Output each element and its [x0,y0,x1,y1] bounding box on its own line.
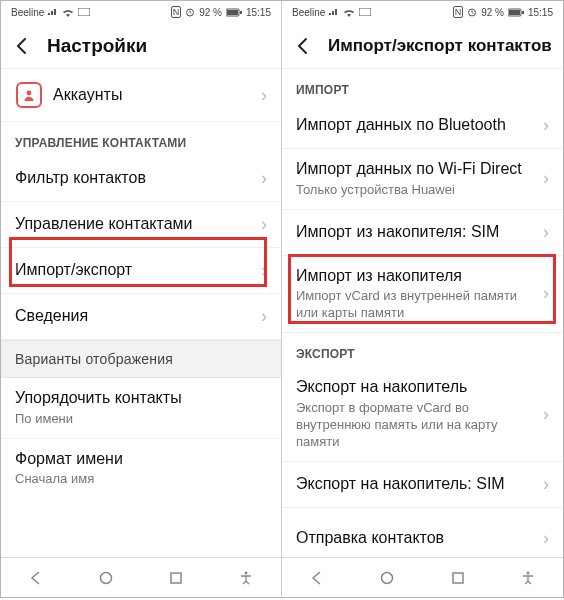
chevron-right-icon: › [537,168,549,189]
carrier-label: Beeline [11,7,44,18]
row-import-storage[interactable]: Импорт из накопителя Импорт vCard из вну… [282,256,563,334]
share-label: Отправка контактов [296,528,537,549]
sort-sub: По имени [15,411,267,428]
sort-label: Упорядочить контакты [15,388,267,409]
nav-bar [1,557,281,597]
time-label: 15:15 [528,7,553,18]
nav-recent-button[interactable] [160,562,192,594]
svg-point-14 [382,572,393,583]
row-name-format[interactable]: Формат имени Сначала имя [1,439,281,499]
chevron-right-icon: › [537,404,549,425]
manage-label: Управление контактами [15,214,255,235]
row-sort-contacts[interactable]: Упорядочить контакты По имени [1,378,281,439]
svg-point-8 [245,571,248,574]
chevron-right-icon: › [537,283,549,304]
phone-settings: Beeline N 92 % 15:15 Настройки [1,1,282,597]
nav-bar [282,557,563,597]
chevron-right-icon: › [537,222,549,243]
wifi-icon [343,8,355,17]
nfc-icon: N [453,6,464,18]
nav-accessibility-button[interactable] [230,562,262,594]
row-filter-contacts[interactable]: Фильтр контактов › [1,156,281,202]
chevron-right-icon: › [255,85,267,106]
signal-icon [48,8,58,16]
section-import: ИМПОРТ [282,69,563,103]
wifi-label: Импорт данных по Wi-Fi Direct [296,159,537,180]
export-storage-label: Экспорт на накопитель [296,377,537,398]
row-info[interactable]: Сведения › [1,294,281,340]
row-import-sim[interactable]: Импорт из накопителя: SIM › [282,210,563,256]
section-display-options: Варианты отображения [1,340,281,378]
header-bar: Настройки [1,23,281,69]
carrier-label: Beeline [292,7,325,18]
row-import-export[interactable]: Импорт/экспорт › [1,248,281,294]
battery-label: 92 % [199,7,222,18]
name-format-sub: Сначала имя [15,471,267,488]
nav-accessibility-button[interactable] [512,562,544,594]
svg-rect-7 [171,573,181,583]
row-accounts[interactable]: Аккаунты › [1,69,281,122]
sim-export-label: Экспорт на накопитель: SIM [296,474,537,495]
storage-label: Импорт из накопителя [296,266,537,287]
nav-home-button[interactable] [371,562,403,594]
wifi-sub: Только устройства Huawei [296,182,537,199]
chevron-right-icon: › [255,260,267,281]
chevron-right-icon: › [255,214,267,235]
volte-icon [78,8,90,16]
row-manage-contacts[interactable]: Управление контактами › [1,202,281,248]
phone-import-export: Beeline N 92 % 15:15 Импорт/экспорт конт… [282,1,563,597]
volte-icon [359,8,371,16]
content-area: Аккаунты › УПРАВЛЕНИЕ КОНТАКТАМИ Фильтр … [1,69,281,557]
import-export-label: Импорт/экспорт [15,260,255,281]
nav-home-button[interactable] [90,562,122,594]
nav-back-button[interactable] [301,562,333,594]
time-label: 15:15 [246,7,271,18]
battery-label: 92 % [481,7,504,18]
signal-icon [329,8,339,16]
status-bar: Beeline N 92 % 15:15 [1,1,281,23]
nfc-icon: N [171,6,182,18]
page-title: Настройки [47,35,147,57]
row-export-sim[interactable]: Экспорт на накопитель: SIM › [282,462,563,508]
section-export: ЭКСПОРТ [282,333,563,367]
svg-point-5 [27,91,32,96]
row-import-wifidirect[interactable]: Импорт данных по Wi-Fi Direct Только уст… [282,149,563,210]
svg-rect-9 [359,8,371,16]
filter-label: Фильтр контактов [15,168,255,189]
storage-sub: Импорт vCard из внутренней памяти или ка… [296,288,537,322]
status-bar: Beeline N 92 % 15:15 [282,1,563,23]
chevron-right-icon: › [537,115,549,136]
section-manage-contacts: УПРАВЛЕНИЕ КОНТАКТАМИ [1,122,281,156]
bt-label: Импорт данных по Bluetooth [296,115,537,136]
row-share-contacts[interactable]: Отправка контактов › [282,508,563,557]
nav-back-button[interactable] [20,562,52,594]
accounts-icon [16,82,42,108]
svg-point-16 [526,571,529,574]
nav-recent-button[interactable] [442,562,474,594]
svg-rect-13 [522,11,524,14]
svg-rect-12 [509,10,520,15]
chevron-right-icon: › [537,474,549,495]
back-button[interactable] [288,31,318,61]
svg-rect-15 [453,573,463,583]
battery-icon [508,8,524,17]
svg-rect-0 [78,8,90,16]
name-format-label: Формат имени [15,449,267,470]
row-export-storage[interactable]: Экспорт на накопитель Экспорт в формате … [282,367,563,461]
chevron-right-icon: › [255,306,267,327]
info-label: Сведения [15,306,255,327]
page-title: Импорт/экспорт контактов [328,36,552,56]
chevron-right-icon: › [255,168,267,189]
battery-icon [226,8,242,17]
svg-point-6 [101,572,112,583]
header-bar: Импорт/экспорт контактов [282,23,563,69]
svg-rect-3 [227,10,238,15]
sim-import-label: Импорт из накопителя: SIM [296,222,537,243]
wifi-icon [62,8,74,17]
export-storage-sub: Экспорт в формате vCard во внутреннюю па… [296,400,537,451]
content-area: ИМПОРТ Импорт данных по Bluetooth › Импо… [282,69,563,557]
row-import-bluetooth[interactable]: Импорт данных по Bluetooth › [282,103,563,149]
accounts-label: Аккаунты [53,85,255,106]
back-button[interactable] [7,31,37,61]
chevron-right-icon: › [537,528,549,549]
